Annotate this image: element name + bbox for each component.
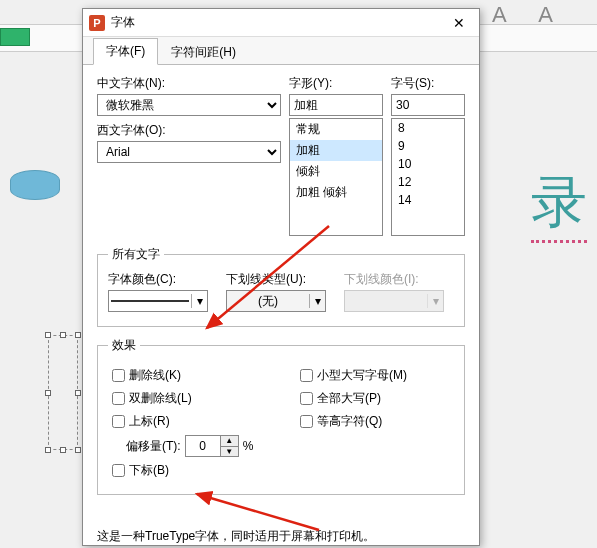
size-option[interactable]: 10 bbox=[392, 155, 464, 173]
footer-description: 这是一种TrueType字体，同时适用于屏幕和打印机。 bbox=[83, 522, 479, 545]
dialog-body: 中文字体(N): 微软雅黑 西文字体(O): Arial 字形(Y): 常规加粗… bbox=[83, 65, 479, 522]
dialog-title: 字体 bbox=[111, 14, 439, 31]
slide-shape-cylinder[interactable] bbox=[10, 170, 60, 200]
caret-down-icon: ▼ bbox=[221, 447, 238, 457]
spinner-buttons[interactable]: ▲▼ bbox=[220, 436, 238, 456]
titlebar[interactable]: P 字体 ✕ bbox=[83, 9, 479, 37]
subscript-checkbox[interactable] bbox=[112, 464, 125, 477]
dbl-strike-label: 双删除线(L) bbox=[129, 390, 192, 407]
superscript-label: 上标(R) bbox=[129, 413, 170, 430]
latin-font-label: 西文字体(O): bbox=[97, 122, 281, 139]
font-color-picker[interactable]: ▾ bbox=[108, 290, 208, 312]
size-input[interactable] bbox=[391, 94, 465, 116]
ribbon-accent bbox=[0, 28, 30, 46]
smallcaps-checkbox[interactable] bbox=[300, 369, 313, 382]
font-color-swatch bbox=[111, 300, 189, 302]
app-icon: P bbox=[89, 15, 105, 31]
style-input[interactable] bbox=[289, 94, 383, 116]
underline-color-picker: ▾ bbox=[344, 290, 444, 312]
size-label: 字号(S): bbox=[391, 75, 465, 92]
equalize-label: 等高字符(Q) bbox=[317, 413, 382, 430]
latin-font-combo[interactable]: Arial bbox=[97, 141, 281, 163]
style-label: 字形(Y): bbox=[289, 75, 383, 92]
size-option[interactable]: 9 bbox=[392, 137, 464, 155]
strike-checkbox[interactable] bbox=[112, 369, 125, 382]
font-color-label: 字体颜色(C): bbox=[108, 271, 218, 288]
size-option[interactable]: 12 bbox=[392, 173, 464, 191]
chevron-down-icon: ▾ bbox=[427, 294, 443, 308]
underline-color-label: 下划线颜色(I): bbox=[344, 271, 454, 288]
dbl-strike-checkbox[interactable] bbox=[112, 392, 125, 405]
tab-strip: 字体(F) 字符间距(H) bbox=[83, 37, 479, 65]
style-option[interactable]: 加粗 倾斜 bbox=[290, 182, 382, 203]
caret-up-icon: ▲ bbox=[221, 436, 238, 447]
underline-type-label: 下划线类型(U): bbox=[226, 271, 336, 288]
cjk-font-combo[interactable]: 微软雅黑 bbox=[97, 94, 281, 116]
font-dialog: P 字体 ✕ 字体(F) 字符间距(H) 中文字体(N): 微软雅黑 西文字体(… bbox=[82, 8, 480, 546]
style-listbox[interactable]: 常规加粗倾斜加粗 倾斜 bbox=[289, 118, 383, 236]
effects-group: 效果 删除线(K) 双删除线(L) 上标(R) 偏移量(T): ▲▼ % 下标(… bbox=[97, 337, 465, 495]
cjk-font-label: 中文字体(N): bbox=[97, 75, 281, 92]
size-option[interactable]: 14 bbox=[392, 191, 464, 209]
superscript-checkbox[interactable] bbox=[112, 415, 125, 428]
chevron-down-icon: ▾ bbox=[191, 294, 207, 308]
close-button[interactable]: ✕ bbox=[439, 9, 479, 37]
chevron-down-icon: ▾ bbox=[309, 294, 325, 308]
selection-handles[interactable] bbox=[48, 335, 78, 450]
style-option[interactable]: 常规 bbox=[290, 119, 382, 140]
style-option[interactable]: 倾斜 bbox=[290, 161, 382, 182]
smallcaps-label: 小型大写字母(M) bbox=[317, 367, 407, 384]
underline-type-combo[interactable]: (无) ▾ bbox=[226, 290, 326, 312]
subscript-label: 下标(B) bbox=[129, 462, 169, 479]
allcaps-label: 全部大写(P) bbox=[317, 390, 381, 407]
wordart-gallery-hint: A A bbox=[492, 2, 567, 28]
offset-spinner[interactable]: ▲▼ bbox=[185, 435, 239, 457]
allcaps-checkbox[interactable] bbox=[300, 392, 313, 405]
offset-value[interactable] bbox=[186, 436, 220, 456]
size-option[interactable]: 8 bbox=[392, 119, 464, 137]
underline-type-value: (无) bbox=[227, 293, 309, 310]
offset-label: 偏移量(T): bbox=[126, 438, 181, 455]
all-text-group: 所有文字 字体颜色(C): ▾ 下划线类型(U): (无) ▾ bbox=[97, 246, 465, 327]
slide-text-lu[interactable]: 录 bbox=[531, 165, 587, 241]
equalize-checkbox[interactable] bbox=[300, 415, 313, 428]
tab-spacing[interactable]: 字符间距(H) bbox=[158, 39, 249, 65]
offset-unit: % bbox=[243, 439, 254, 453]
all-text-legend: 所有文字 bbox=[108, 246, 164, 263]
tab-font[interactable]: 字体(F) bbox=[93, 38, 158, 65]
style-option[interactable]: 加粗 bbox=[290, 140, 382, 161]
size-listbox[interactable]: 89101214 bbox=[391, 118, 465, 236]
strike-label: 删除线(K) bbox=[129, 367, 181, 384]
effects-legend: 效果 bbox=[108, 337, 140, 354]
